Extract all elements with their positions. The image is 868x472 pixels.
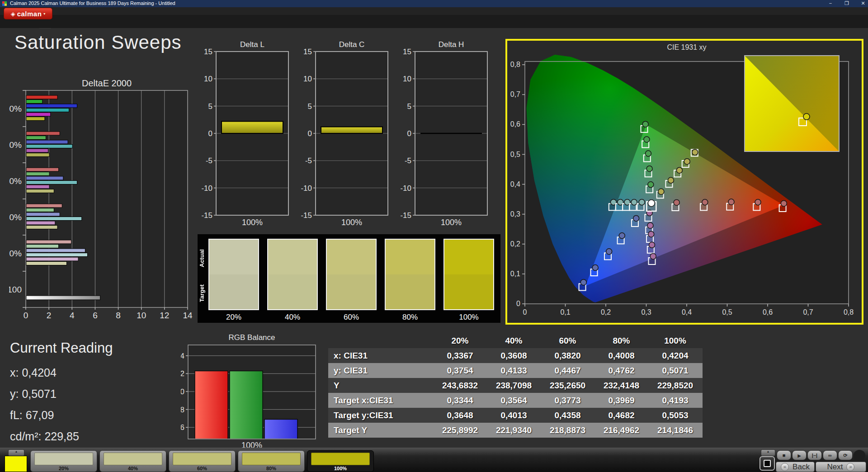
back-button[interactable]: « Back [776, 462, 815, 472]
page-title: Saturation Sweeps [14, 32, 182, 53]
pattern-swatch-label: 100% [307, 466, 373, 471]
cie-measured-marker [676, 167, 682, 173]
transport-play-button[interactable]: ▶ [792, 450, 807, 460]
minimize-button[interactable]: − [824, 0, 837, 7]
transport-measure-single-button[interactable]: |–| [807, 450, 822, 460]
table-cell: 229,8520 [648, 381, 702, 391]
svg-text:100%: 100% [341, 218, 362, 227]
table-column-header: 100% [648, 336, 702, 346]
transport-stop-button[interactable]: ■ [777, 450, 791, 460]
transport-measure-continuous-button[interactable]: ∞ [823, 450, 837, 460]
deltae-bar-red [26, 132, 60, 135]
rgb-bar-red [195, 371, 228, 439]
actual-swatch [444, 240, 493, 274]
table-column-header: 40% [487, 336, 541, 346]
pattern-swatch-button-40%[interactable]: 40% [99, 450, 166, 472]
table-row-label: Target x:CIE31 [328, 396, 433, 406]
deltae-bar-cyan [26, 109, 69, 112]
swatch-column-40%: 40% [267, 239, 318, 322]
current-reading-x: x: 0,4204 [10, 366, 57, 379]
svg-text:15: 15 [303, 47, 312, 56]
stop-pattern-button[interactable] [760, 456, 775, 471]
svg-text:-15: -15 [400, 211, 411, 220]
deltae2000-chart: DeltaE 2000100%80%60%40%20%1000246810121… [9, 67, 195, 320]
target-swatch [327, 274, 376, 309]
calman-menu-button[interactable]: ◈ calman ▾ [4, 8, 52, 19]
svg-text:-10: -10 [400, 184, 411, 193]
rgb-balance-chart: 1041021009896RGB Balance100% [181, 334, 326, 452]
svg-text:102: 102 [181, 369, 184, 378]
table-row: Target Y225,8992221,9340218,8873216,4962… [328, 423, 703, 438]
cie-1931-panel: CIE 1931 xy00,10,20,30,40,50,60,70,800,1… [505, 39, 863, 325]
svg-text:0: 0 [308, 129, 312, 138]
measure-continuous-icon: ∞ [828, 453, 832, 458]
swatch-box [385, 239, 435, 310]
table-cell: 0,4193 [648, 396, 702, 406]
pattern-swatch-button-20%[interactable]: 20% [30, 450, 97, 472]
table-cell: 0,5053 [648, 411, 702, 420]
measurement-table: 20%40%60%80%100%x: CIE310,33670,36080,38… [328, 333, 703, 438]
svg-text:-5: -5 [305, 156, 312, 165]
rgb-balance-svg: 1041021009896RGB Balance100% [181, 334, 326, 452]
table-column-header: 20% [433, 336, 487, 346]
svg-text:80%: 80% [9, 140, 22, 150]
calman-diamond-icon: ◈ [11, 10, 15, 17]
transport-collapse-button[interactable]: ▲ [761, 449, 775, 456]
pattern-swatch-chip [242, 453, 301, 465]
cie-measured-marker [639, 199, 645, 205]
rgb-bar-blue [264, 419, 297, 439]
deltae-bar-magenta [26, 113, 51, 116]
cie-measured-marker [650, 253, 656, 259]
pattern-collapse-button[interactable]: ▲ [8, 449, 24, 456]
cie-measured-marker [619, 233, 625, 239]
svg-text:CIE 1931 xy: CIE 1931 xy [667, 43, 706, 51]
svg-text:-10: -10 [201, 184, 212, 193]
svg-text:2: 2 [47, 311, 52, 320]
next-button[interactable]: Next » [816, 462, 866, 472]
svg-text:0: 0 [208, 129, 212, 138]
current-reading-cdm2: cd/m²: 229,85 [10, 430, 79, 443]
deltae-bar-yellow [26, 262, 67, 265]
table-cell: 0,3773 [541, 396, 594, 406]
actual-swatch [386, 240, 434, 274]
maximize-button[interactable]: ❐ [840, 0, 854, 7]
svg-text:0,1: 0,1 [560, 308, 570, 316]
window-title-bar: Calman 2025 Calman Ultimate for Business… [0, 0, 868, 7]
swatch-label: 100% [443, 313, 494, 322]
deltae-bar-magenta [26, 149, 48, 152]
table-cell: 214,1846 [648, 425, 702, 435]
transport-loop-button[interactable]: ⟳ [838, 450, 853, 460]
table-cell: 232,4148 [594, 381, 648, 391]
table-row: Target y:CIE310,36480,40130,43580,46820,… [328, 408, 703, 423]
swatch-label: 60% [326, 313, 377, 322]
svg-text:100%: 100% [9, 104, 22, 113]
cie-measured-marker [648, 231, 654, 237]
tab-bar [0, 15, 868, 28]
app-icon [2, 1, 7, 6]
pattern-swatch-button-80%[interactable]: 80% [238, 450, 305, 472]
pattern-swatch-label: 20% [31, 466, 97, 471]
svg-text:0,4: 0,4 [510, 180, 520, 188]
svg-text:100: 100 [9, 285, 22, 294]
svg-text:0: 0 [516, 300, 520, 307]
target-swatch [268, 274, 317, 309]
chevrons-right-icon: » [846, 463, 854, 471]
svg-text:0,8: 0,8 [510, 61, 520, 68]
table-cell: 221,9340 [487, 425, 541, 435]
svg-text:5: 5 [208, 102, 212, 111]
close-button[interactable]: ✕ [856, 0, 868, 7]
deltae-bar-cyan [26, 181, 77, 184]
pattern-swatch-button-60%[interactable]: 60% [169, 450, 236, 472]
stop-icon: ■ [783, 453, 786, 458]
table-cell: 225,8992 [433, 425, 487, 435]
disabled-indicator [854, 450, 865, 461]
pattern-swatch-button-100%[interactable]: 100% [307, 450, 374, 472]
cie-measured-marker [648, 200, 655, 207]
swatch-row-label-actual: Actual [198, 241, 206, 276]
svg-text:0: 0 [407, 129, 411, 138]
delta-h-chart: 151050-5-10-15Delta H100% [397, 40, 493, 230]
menu-strip [0, 7, 868, 15]
deltae-bar-grayscale [26, 296, 100, 300]
target-swatch [444, 274, 493, 309]
cie-measured-marker [580, 279, 586, 285]
